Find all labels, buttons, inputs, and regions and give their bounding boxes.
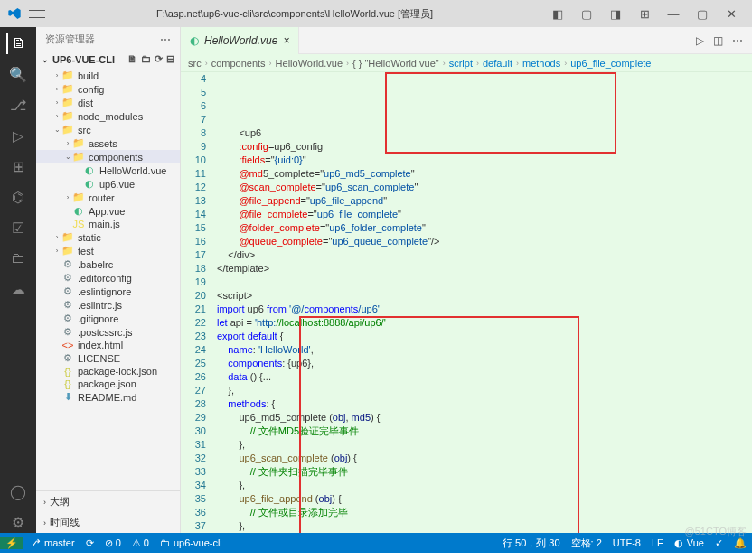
code-line-15[interactable] [217, 275, 752, 289]
code-line-4[interactable]: <up6 [217, 126, 752, 140]
layout-btn-2[interactable]: ▢ [573, 3, 600, 24]
cloud-icon[interactable]: ☁ [7, 278, 29, 300]
tab-close-icon[interactable]: × [283, 34, 289, 47]
breadcrumb-seg-6[interactable]: methods [522, 58, 560, 69]
new-folder-icon[interactable]: 🗀 [141, 53, 151, 65]
code-line-29[interactable]: // 文件夹扫描完毕事件 [217, 465, 752, 479]
tree-item-up6-vue[interactable]: ◐up6.vue [36, 177, 180, 191]
breadcrumb-seg-5[interactable]: default [483, 58, 512, 69]
sidebar-more-icon[interactable]: ⋯ [160, 33, 171, 46]
code-editor[interactable]: 4567891011121314151617181920212223242526… [181, 72, 752, 533]
tree-item-components[interactable]: ⌄📁components [36, 150, 180, 163]
tree-item-package-json[interactable]: {}package.json [36, 378, 180, 390]
remote-icon[interactable]: ⌬ [7, 186, 29, 208]
run-icon[interactable]: ▷ [696, 34, 704, 47]
close-button[interactable]: ✕ [718, 3, 745, 24]
tree-item-dist[interactable]: ›📁dist [36, 96, 180, 109]
tree-item-config[interactable]: ›📁config [36, 82, 180, 96]
explorer-icon[interactable]: 🗎 [6, 33, 28, 54]
minimize-button[interactable]: ― [660, 3, 687, 24]
code-line-11[interactable]: @folder_complete="up6_folder_complete" [217, 221, 752, 235]
timeline-panel[interactable]: ›时间线 [36, 512, 180, 533]
split-editor-icon[interactable]: ◫ [713, 34, 723, 47]
code-line-20[interactable]: name: 'HelloWorld', [217, 343, 752, 357]
code-line-18[interactable]: let api = 'http://localhost:8888/api/up6… [217, 316, 752, 330]
code-line-23[interactable]: }, [217, 384, 752, 397]
breadcrumb-seg-0[interactable]: src [188, 58, 202, 69]
app-menu-button[interactable] [29, 10, 45, 18]
tree-item--editorconfig[interactable]: ⚙.editorconfig [36, 271, 180, 285]
scm-icon[interactable]: ⎇ [7, 94, 29, 116]
code-line-14[interactable]: </template> [217, 262, 752, 275]
tree-item-build[interactable]: ›📁build [36, 69, 180, 82]
tree-item-node_modules[interactable]: ›📁node_modules [36, 109, 180, 123]
tree-item--postcssrc-js[interactable]: ⚙.postcssrc.js [36, 325, 180, 339]
search-icon[interactable]: 🔍 [7, 63, 29, 85]
code-line-13[interactable]: </div> [217, 248, 752, 262]
refresh-icon[interactable]: ⟳ [155, 53, 163, 65]
collapse-icon[interactable]: ⊟ [166, 53, 174, 65]
tree-item-test[interactable]: ›📁test [36, 244, 180, 257]
code-line-33[interactable]: }, [217, 519, 752, 533]
code-line-12[interactable]: @queue_complete="up6_queue_complete"/> [217, 235, 752, 248]
project-header[interactable]: ⌄ UP6-VUE-CLI 🗎 🗀 ⟳ ⊟ [36, 51, 180, 67]
code-line-7[interactable]: @md5_complete="up6_md5_complete" [217, 167, 752, 181]
language-mode[interactable]: ◐ Vue [669, 537, 710, 549]
tree-item-HelloWorld-vue[interactable]: ◐HelloWorld.vue [36, 163, 180, 177]
code-line-8[interactable]: @scan_complete="up6_scan_complete" [217, 181, 752, 194]
git-branch[interactable]: ⎇ master [24, 537, 80, 549]
tree-item-static[interactable]: ›📁static [36, 230, 180, 244]
code-line-10[interactable]: @file_complete="up6_file_complete" [217, 208, 752, 221]
maximize-button[interactable]: ▢ [689, 3, 716, 24]
breadcrumb[interactable]: src›components›HelloWorld.vue›{ } "Hello… [181, 54, 752, 72]
account-icon[interactable]: ◯ [7, 481, 29, 502]
breadcrumb-seg-7[interactable]: up6_file_complete [570, 58, 651, 69]
tree-item--eslintignore[interactable]: ⚙.eslintignore [36, 285, 180, 298]
file-icon[interactable]: 🗀 [7, 247, 29, 269]
code-line-27[interactable]: }, [217, 438, 752, 452]
code-line-22[interactable]: data () {... [217, 370, 752, 384]
cursor-position[interactable]: 行 50，列 30 [497, 537, 566, 550]
code-line-26[interactable]: // 文件MD5验证完毕事件 [217, 425, 752, 438]
remote-indicator[interactable]: ⚡ [0, 537, 24, 549]
tree-item-README-md[interactable]: ⬇README.md [36, 390, 180, 404]
tree-item-src[interactable]: ⌄📁src [36, 123, 180, 136]
new-file-icon[interactable]: 🗎 [127, 53, 137, 65]
layout-btn-4[interactable]: ⊞ [631, 3, 658, 24]
tree-item-main-js[interactable]: JSmain.js [36, 218, 180, 230]
todo-icon[interactable]: ☑ [7, 217, 29, 238]
tree-item--gitignore[interactable]: ⚙.gitignore [36, 312, 180, 325]
code-line-17[interactable]: import up6 from '@/components/up6' [217, 303, 752, 316]
errors-count[interactable]: ⊘ 0 [99, 537, 127, 549]
warnings-count[interactable]: ⚠ 0 [127, 537, 155, 549]
tree-item--babelrc[interactable]: ⚙.babelrc [36, 257, 180, 271]
code-line-24[interactable]: methods: { [217, 397, 752, 411]
settings-icon[interactable]: ⚙ [7, 511, 29, 533]
prettier-status[interactable]: ✓ [710, 537, 728, 549]
code-line-9[interactable]: @file_append="up6_file_append" [217, 194, 752, 208]
editor-more-icon[interactable]: ⋯ [732, 34, 743, 47]
git-sync[interactable]: ⟳ [80, 537, 99, 549]
code-line-6[interactable]: :fields="{uid:0}" [217, 154, 752, 167]
breadcrumb-seg-4[interactable]: script [449, 58, 473, 69]
code-line-30[interactable]: }, [217, 479, 752, 492]
code-line-16[interactable]: <script> [217, 289, 752, 303]
layout-btn-1[interactable]: ◧ [544, 3, 571, 24]
code-line-19[interactable]: export default { [217, 330, 752, 343]
tab-helloworld[interactable]: ◐ HelloWorld.vue × [181, 27, 299, 54]
debug-icon[interactable]: ▷ [7, 125, 29, 146]
breadcrumb-seg-3[interactable]: { } "HelloWorld.vue" [352, 58, 439, 69]
tree-item--eslintrc-js[interactable]: ⚙.eslintrc.js [36, 298, 180, 312]
tree-item-package-lock-json[interactable]: {}package-lock.json [36, 365, 180, 378]
workspace-folder[interactable]: 🗀 up6-vue-cli [155, 537, 228, 548]
eol[interactable]: LF [646, 537, 669, 548]
encoding[interactable]: UTF-8 [607, 537, 646, 548]
tree-item-App-vue[interactable]: ◐App.vue [36, 204, 180, 218]
outline-panel[interactable]: ›大纲 [36, 491, 180, 512]
indentation[interactable]: 空格: 2 [566, 537, 607, 550]
breadcrumb-seg-1[interactable]: components [212, 58, 266, 69]
tree-item-assets[interactable]: ›📁assets [36, 136, 180, 150]
code-line-31[interactable]: up6_file_append (obj) { [217, 492, 752, 506]
tree-item-LICENSE[interactable]: ⚙LICENSE [36, 351, 180, 365]
code-line-28[interactable]: up6_scan_complete (obj) { [217, 452, 752, 465]
